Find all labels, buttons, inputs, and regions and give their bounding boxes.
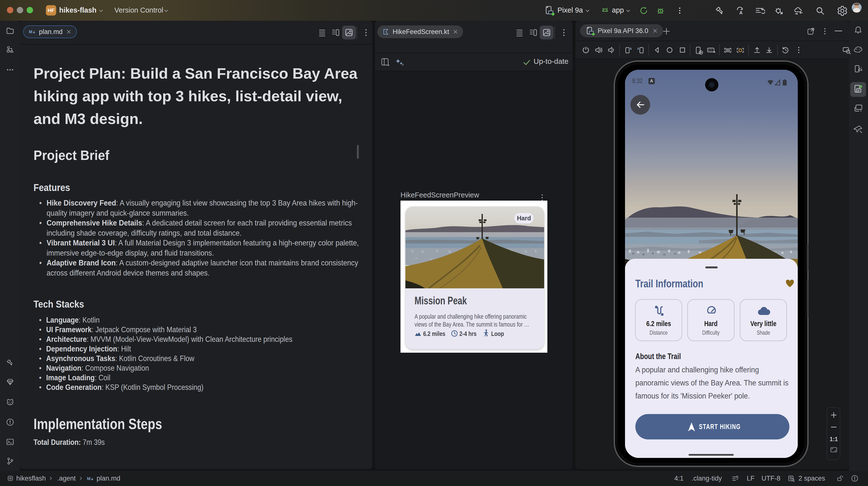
svg-text:M: M	[29, 30, 32, 34]
svg-text:A: A	[739, 10, 743, 15]
svg-text:M: M	[87, 476, 90, 481]
